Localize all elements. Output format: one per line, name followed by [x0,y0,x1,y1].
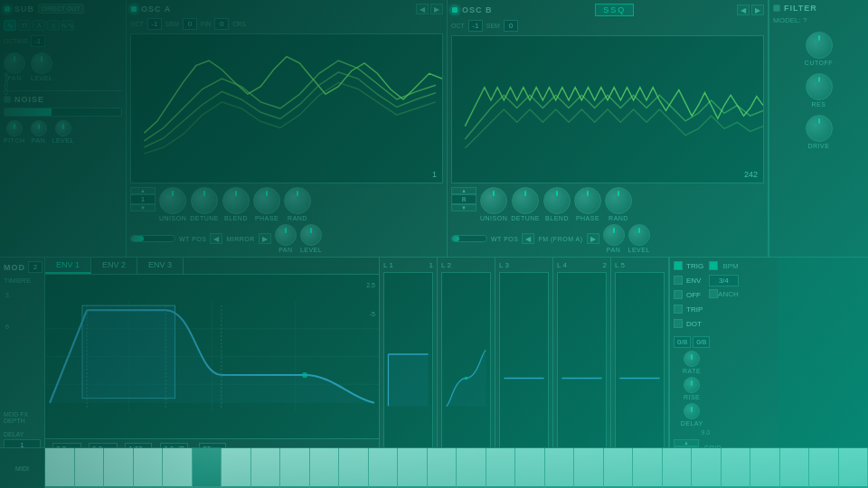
piano-key-e2[interactable] [310,448,340,488]
piano-key-f4[interactable] [750,448,780,488]
piano-key-e[interactable] [104,448,134,488]
piano-key-g[interactable] [163,448,193,488]
osc-b-phase-knob[interactable] [574,187,601,214]
piano-key-d2[interactable] [280,448,310,488]
osc-b-oct-val[interactable]: -1 [468,20,483,32]
piano-key-b2[interactable] [428,448,458,488]
noise-pitch-knob[interactable] [6,120,23,136]
osc-b-next[interactable]: ▶ [751,5,764,15]
osc-a-wt-slider[interactable] [130,235,175,242]
filter-res-knob[interactable] [806,73,833,100]
osc-b-led[interactable] [451,6,458,14]
piano-key-e3[interactable] [515,448,545,488]
piano-key-g4[interactable] [780,448,810,488]
osc-a-spin-down[interactable]: ▼ [130,204,156,211]
piano-key-b[interactable] [222,448,251,488]
osc-a-next[interactable]: ▶ [430,4,443,14]
osc-a-mirror-right[interactable]: ▶ [259,233,271,244]
bpm-val[interactable]: 3/4 [709,275,739,286]
piano-key-d3[interactable] [486,448,516,488]
delay-knob[interactable] [684,403,700,419]
osc-b-spin-val[interactable]: 8 [451,194,476,204]
osc-b-fm-left[interactable]: ◀ [522,233,534,244]
filter-led[interactable] [773,5,780,12]
wave-btn-tri[interactable]: /\ [33,20,45,31]
off-val2[interactable]: 0/8 [693,336,710,348]
osc-a-prev[interactable]: ◀ [416,4,429,14]
piano-key-c2[interactable] [251,448,281,488]
direct-out-button[interactable]: DIRECT OUT [38,4,84,14]
osc-a-phase-knob[interactable] [253,187,280,214]
osc-a-fin-val[interactable]: 0 [214,18,229,30]
noise-level-knob[interactable] [55,120,71,136]
osc-b-wt-slider[interactable] [451,235,487,242]
anch-checkbox[interactable] [709,289,718,298]
env-checkbox[interactable] [674,276,683,285]
osc-b-spin-down[interactable]: ▼ [451,204,476,211]
osc-a-blend-knob[interactable] [222,187,250,214]
osc-b-spin-up[interactable]: ▲ [451,187,476,194]
piano-key-a4[interactable] [809,448,839,488]
wave-btn-5[interactable]: ∿∿ [61,20,74,31]
trig-checkbox[interactable] [674,261,683,270]
env2-tab[interactable]: ENV 2 [91,258,137,274]
env1-tab[interactable]: ENV 1 [45,258,91,274]
piano-key-b4[interactable] [839,448,869,488]
wave-btn-sq[interactable]: ⊓ [18,20,31,31]
osc-a-spin-up[interactable]: ▲ [130,187,156,194]
sub-level-knob[interactable] [31,52,52,74]
mod-value[interactable]: 2 [28,261,42,273]
piano-key-f[interactable] [134,448,164,488]
osc-a-spin-val[interactable]: 1 [130,194,156,204]
piano-key-a3[interactable] [604,448,634,488]
filter-cutoff-knob[interactable] [806,32,833,59]
osc-b-detune-knob[interactable] [512,187,539,214]
osc-a-detune-knob[interactable] [191,187,218,214]
osc-b-pan-knob[interactable] [603,224,625,246]
osc-b-fm-right[interactable]: ▶ [587,233,599,244]
rise-knob[interactable] [684,377,700,393]
osc-a-unison-knob[interactable] [159,187,186,214]
piano-key-a2[interactable] [398,448,428,488]
piano-key-d[interactable] [75,448,105,488]
piano-key-c3[interactable] [457,448,486,488]
osc-a-led[interactable] [130,5,137,13]
piano-key-g3[interactable] [574,448,604,488]
off-val1[interactable]: 0/8 [674,336,691,348]
osc-b-prev[interactable]: ◀ [737,5,750,15]
bpm-checkbox[interactable] [709,261,718,270]
rate-knob[interactable] [684,351,700,367]
sub-led[interactable] [4,5,11,13]
env3-tab[interactable]: ENV 3 [137,258,184,274]
wave-btn-saw[interactable]: /| [47,20,60,31]
grid-up[interactable]: ▲ [674,439,699,446]
osc-a-oct-val[interactable]: -1 [147,18,162,30]
osc-a-rand-knob[interactable] [284,187,311,214]
noise-pan-knob[interactable] [31,120,47,136]
octave-value[interactable]: -1 [31,35,45,47]
piano-key-f2[interactable] [339,448,369,488]
osc-a-sem-val[interactable]: 0 [183,18,197,30]
piano-key-c[interactable] [45,448,75,488]
piano-key-a[interactable] [193,448,222,488]
piano-key-e4[interactable] [722,448,751,488]
dot-checkbox[interactable] [674,319,683,328]
osc-a-mirror-left[interactable]: ◀ [210,233,222,244]
filter-drive-knob[interactable] [806,115,833,142]
osc-b-level-knob[interactable] [628,224,650,246]
osc-a-level-knob[interactable] [300,224,322,246]
piano-key-c4[interactable] [663,448,693,488]
noise-led[interactable] [4,96,11,103]
wave-btn-sine[interactable]: ∿ [4,20,16,31]
osc-b-blend-knob[interactable] [543,187,571,214]
off-checkbox[interactable] [674,290,683,299]
osc-b-rand-knob[interactable] [605,187,632,214]
piano-key-d4[interactable] [692,448,722,488]
sub-pan-knob[interactable] [4,52,25,74]
osc-b-unison-knob[interactable] [480,187,507,214]
osc-b-sem-val[interactable]: 0 [504,20,518,32]
piano-key-f3[interactable] [545,448,575,488]
piano-key-g2[interactable] [369,448,399,488]
piano-key-b3[interactable] [633,448,663,488]
trip-checkbox[interactable] [674,305,683,314]
